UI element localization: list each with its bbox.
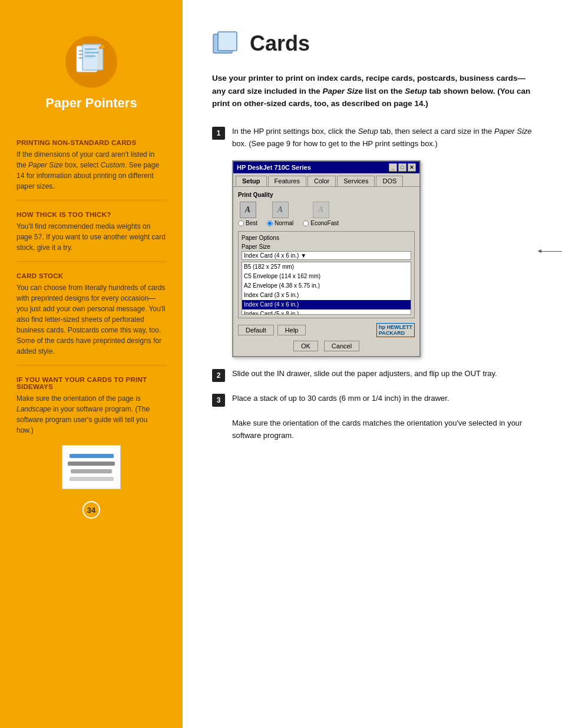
tab-setup[interactable]: Setup <box>236 176 267 186</box>
dialog-bottom-row: Default Help hp HEWLETTPACKARD <box>238 323 415 337</box>
quality-best-radio[interactable]: Best <box>238 220 257 226</box>
listbox-item[interactable]: Index Card (3 x 5 in.) <box>242 291 411 300</box>
preview-line2 <box>68 462 115 466</box>
tab-services[interactable]: Services <box>337 176 375 186</box>
section-cardstock: Card Stock You can choose from literally… <box>16 272 166 357</box>
section2-body: You'll find recommended media weights on… <box>16 221 166 253</box>
svg-rect-11 <box>218 32 237 51</box>
landscape-preview <box>62 445 121 489</box>
help-button[interactable]: Help <box>277 325 306 335</box>
preview-line4 <box>70 477 114 481</box>
print-quality-row: A Best A Normal A Econ <box>238 202 415 226</box>
step1-block: 1 In the HP print settings box, click th… <box>212 126 533 150</box>
dialog-tabs: Setup Features Color Services DOS <box>233 173 419 186</box>
maximize-button[interactable]: □ <box>398 163 406 172</box>
listbox-item[interactable]: A2 Envelope (4.38 x 5.75 in.) <box>242 281 411 291</box>
print-quality-label: Print Quality <box>238 192 415 198</box>
step2-text: Slide out the IN drawer, slide out the p… <box>232 368 497 380</box>
dialog-titlebar: HP DeskJet 710C Series _ □ ✕ <box>233 162 419 173</box>
quality-normal: A Normal <box>267 202 293 226</box>
step1-text: In the HP print settings box, click the … <box>232 126 533 150</box>
step3-number: 3 <box>212 394 225 407</box>
quality-normal-radio[interactable]: Normal <box>267 220 293 226</box>
hp-logo: hp HEWLETTPACKARD <box>376 323 415 337</box>
dialog-body: Print Quality A Best A Normal <box>233 186 419 356</box>
dialog-button-group: Default Help <box>238 325 306 335</box>
page-title: Cards <box>250 31 310 56</box>
main-content: Cards Use your printer to print on index… <box>183 0 562 728</box>
page-header: Cards <box>212 29 533 58</box>
select-card-annotation: Select a card size. <box>538 248 562 255</box>
cards-icon <box>212 29 240 58</box>
logo-area: Paper Pointers <box>45 0 137 123</box>
tab-dos[interactable]: DOS <box>376 176 403 186</box>
section-thickness: How Thick Is Too Thick? You'll find reco… <box>16 211 166 253</box>
step3-note: Make sure the orientation of the cards m… <box>232 417 533 442</box>
close-button[interactable]: ✕ <box>408 163 416 172</box>
section-nonstandard: Printing Non-Standard Cards If the dimen… <box>16 139 166 192</box>
quality-econofast-radio[interactable]: EconoFast <box>303 220 339 226</box>
default-button[interactable]: Default <box>238 325 274 335</box>
quality-best-icon: A <box>240 202 256 218</box>
paper-pointers-icon <box>65 35 118 88</box>
svg-rect-8 <box>85 55 95 57</box>
svg-rect-7 <box>85 52 99 54</box>
section4-body: Make sure the orientation of the page is… <box>16 393 166 436</box>
paper-options-label: Paper Options <box>242 235 411 241</box>
quality-econofast-icon: A <box>313 202 329 218</box>
step1-number: 1 <box>212 127 225 140</box>
section3-body: You can choose from literally hundreds o… <box>16 282 166 357</box>
section2-heading: How Thick Is Too Thick? <box>16 211 166 218</box>
listbox-item[interactable]: C5 Envelope (114 x 162 mm) <box>242 272 411 281</box>
titlebar-buttons: _ □ ✕ <box>389 163 416 172</box>
section-sideways: If You Want Your Cards To Print Sideways… <box>16 376 166 436</box>
dialog-wrapper: HP DeskJet 710C Series _ □ ✕ Setup Featu… <box>232 160 533 357</box>
sidebar: Paper Pointers Printing Non-Standard Car… <box>0 0 183 728</box>
listbox-item-selected[interactable]: Index Card (4 x 6 in.) <box>242 300 411 309</box>
paper-options-group: Paper Options Paper Size Index Card (4 x… <box>238 231 415 318</box>
preview-line1 <box>70 454 114 458</box>
section1-heading: Printing Non-Standard Cards <box>16 139 166 146</box>
ok-button[interactable]: OK <box>293 341 318 351</box>
quality-best: A Best <box>238 202 257 226</box>
preview-line3 <box>71 469 112 473</box>
paper-size-combo[interactable]: Index Card (4 x 6 in.) ▼ <box>242 251 411 260</box>
listbox-item[interactable]: B5 (182 x 257 mm) <box>242 262 411 272</box>
quality-econofast: A EconoFast <box>303 202 339 226</box>
minimize-button[interactable]: _ <box>389 163 397 172</box>
paper-size-label: Paper Size <box>242 243 411 250</box>
listbox-item[interactable]: Index Card (5 x 8 in.) <box>242 309 411 315</box>
step3-block: 3 Place a stack of up to 30 cards (6 mm … <box>212 393 533 407</box>
dialog-title: HP DeskJet 710C Series <box>237 164 311 171</box>
cancel-button[interactable]: Cancel <box>324 341 359 351</box>
section1-body: If the dimensions of your card aren't li… <box>16 149 166 192</box>
page-number-badge: 34 <box>82 501 100 519</box>
step3-text: Place a stack of up to 30 cards (6 mm or… <box>232 393 449 405</box>
intro-paragraph: Use your printer to print on index cards… <box>212 72 533 110</box>
dialog-ok-cancel: OK Cancel <box>238 341 415 351</box>
dialog-box[interactable]: HP DeskJet 710C Series _ □ ✕ Setup Featu… <box>232 160 421 357</box>
paper-size-listbox[interactable]: B5 (182 x 257 mm) C5 Envelope (114 x 162… <box>242 262 411 315</box>
select-card-arrow <box>538 251 562 252</box>
section3-heading: Card Stock <box>16 272 166 279</box>
svg-rect-6 <box>85 48 97 50</box>
tab-color[interactable]: Color <box>308 176 336 186</box>
sidebar-title: Paper Pointers <box>45 95 137 111</box>
section4-heading: If You Want Your Cards To Print Sideways <box>16 376 166 390</box>
step2-number: 2 <box>212 369 225 382</box>
tab-features[interactable]: Features <box>268 176 306 186</box>
quality-normal-icon: A <box>272 202 289 218</box>
sidebar-content: Printing Non-Standard Cards If the dimen… <box>0 123 183 519</box>
step2-block: 2 Slide out the IN drawer, slide out the… <box>212 368 533 382</box>
